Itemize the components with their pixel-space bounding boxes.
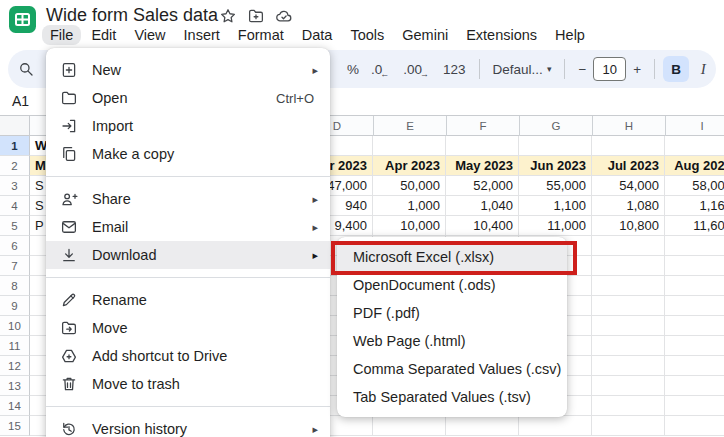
- grid-corner-cell[interactable]: [0, 115, 30, 136]
- cell-I12[interactable]: [665, 356, 724, 376]
- menubar-item-edit[interactable]: Edit: [83, 25, 124, 45]
- cell-H7[interactable]: [592, 256, 665, 276]
- file-menu-item-move[interactable]: Move: [46, 314, 330, 342]
- cell-G3[interactable]: 55,000: [519, 176, 592, 196]
- row-header-10[interactable]: 10: [0, 316, 30, 336]
- cell-H1[interactable]: [592, 136, 665, 156]
- cell-I3[interactable]: 58,000: [665, 176, 724, 196]
- cell-E5[interactable]: 10,000: [373, 216, 446, 236]
- cell-H15[interactable]: [592, 416, 665, 436]
- row-header-7[interactable]: 7: [0, 256, 30, 276]
- cell-H11[interactable]: [592, 336, 665, 356]
- file-menu-item-download[interactable]: Download▸: [46, 241, 330, 269]
- star-icon[interactable]: [219, 7, 237, 25]
- file-menu-item-import[interactable]: Import: [46, 112, 330, 140]
- cell-G2[interactable]: Jun 2023: [519, 156, 592, 176]
- file-menu-item-add-shortcut-to-drive[interactable]: Add shortcut to Drive: [46, 342, 330, 370]
- font-family-dropdown[interactable]: Defaul... ▾: [488, 56, 557, 82]
- search-icon[interactable]: [17, 60, 35, 78]
- file-menu-item-move-to-trash[interactable]: Move to trash: [46, 370, 330, 398]
- cell-E3[interactable]: 50,000: [373, 176, 446, 196]
- cell-H2[interactable]: Jul 2023: [592, 156, 665, 176]
- row-header-15[interactable]: 15: [0, 416, 30, 436]
- cell-I2[interactable]: Aug 2023: [665, 156, 724, 176]
- download-option-opendocument-ods-[interactable]: OpenDocument (.ods): [337, 271, 567, 299]
- cell-I7[interactable]: [665, 256, 724, 276]
- row-header-9[interactable]: 9: [0, 296, 30, 316]
- cell-F3[interactable]: 52,000: [446, 176, 519, 196]
- cell-I11[interactable]: [665, 336, 724, 356]
- cell-F4[interactable]: 1,040: [446, 196, 519, 216]
- row-header-4[interactable]: 4: [0, 196, 30, 216]
- cell-I9[interactable]: [665, 296, 724, 316]
- row-header-6[interactable]: 6: [0, 236, 30, 256]
- row-header-12[interactable]: 12: [0, 356, 30, 376]
- cell-H12[interactable]: [592, 356, 665, 376]
- more-formats-button[interactable]: 123: [438, 56, 471, 82]
- menubar-item-help[interactable]: Help: [547, 25, 593, 45]
- italic-button[interactable]: I: [691, 56, 715, 82]
- doc-title[interactable]: Wide form Sales data: [46, 5, 218, 26]
- menubar-item-tools[interactable]: Tools: [342, 25, 392, 45]
- cell-F5[interactable]: 10,400: [446, 216, 519, 236]
- menubar-item-view[interactable]: View: [126, 25, 173, 45]
- cell-H3[interactable]: 54,000: [592, 176, 665, 196]
- menubar-item-extensions[interactable]: Extensions: [458, 25, 545, 45]
- cell-I14[interactable]: [665, 396, 724, 416]
- row-header-14[interactable]: 14: [0, 396, 30, 416]
- sheets-logo-icon[interactable]: [9, 6, 36, 33]
- file-menu-item-new[interactable]: New▸: [46, 56, 330, 84]
- row-header-5[interactable]: 5: [0, 216, 30, 236]
- cell-G4[interactable]: 1,100: [519, 196, 592, 216]
- cell-H9[interactable]: [592, 296, 665, 316]
- cell-I4[interactable]: 1,160: [665, 196, 724, 216]
- cell-H10[interactable]: [592, 316, 665, 336]
- menubar-item-data[interactable]: Data: [294, 25, 341, 45]
- cell-I6[interactable]: [665, 236, 724, 256]
- cell-H13[interactable]: [592, 376, 665, 396]
- row-header-11[interactable]: 11: [0, 336, 30, 356]
- row-header-13[interactable]: 13: [0, 376, 30, 396]
- cell-E2[interactable]: Apr 2023: [373, 156, 446, 176]
- cell-F15[interactable]: [446, 416, 519, 436]
- cell-H8[interactable]: [592, 276, 665, 296]
- column-header-I[interactable]: I: [665, 116, 724, 136]
- row-header-8[interactable]: 8: [0, 276, 30, 296]
- cell-E4[interactable]: 1,000: [373, 196, 446, 216]
- download-option-comma-separated-values-csv-[interactable]: Comma Separated Values (.csv): [337, 355, 567, 383]
- percent-format-button[interactable]: %: [342, 56, 364, 82]
- cell-F2[interactable]: May 2023: [446, 156, 519, 176]
- file-menu-item-open[interactable]: OpenCtrl+O: [46, 84, 330, 112]
- strikethrough-button[interactable]: S: [717, 56, 724, 82]
- column-header-E[interactable]: E: [373, 116, 446, 136]
- cell-I10[interactable]: [665, 316, 724, 336]
- name-box[interactable]: A1: [12, 93, 29, 109]
- increase-font-size-button[interactable]: +: [628, 56, 646, 82]
- download-option-web-page-html-[interactable]: Web Page (.html): [337, 327, 567, 355]
- cell-I1[interactable]: [665, 136, 724, 156]
- menubar-item-insert[interactable]: Insert: [176, 25, 228, 45]
- cell-F1[interactable]: [446, 136, 519, 156]
- cell-G15[interactable]: [519, 416, 592, 436]
- cell-H5[interactable]: 10,800: [592, 216, 665, 236]
- download-option-pdf-pdf-[interactable]: PDF (.pdf): [337, 299, 567, 327]
- menubar-item-format[interactable]: Format: [230, 25, 292, 45]
- menubar-item-gemini[interactable]: Gemini: [394, 25, 456, 45]
- bold-button[interactable]: B: [663, 56, 689, 82]
- file-menu-item-make-a-copy[interactable]: Make a copy: [46, 140, 330, 168]
- file-menu-item-version-history[interactable]: Version history▸: [46, 415, 330, 437]
- cell-H4[interactable]: 1,080: [592, 196, 665, 216]
- decrease-font-size-button[interactable]: −: [573, 56, 591, 82]
- cell-E15[interactable]: [373, 416, 446, 436]
- download-option-microsoft-excel-xlsx-[interactable]: Microsoft Excel (.xlsx): [337, 243, 567, 271]
- column-header-F[interactable]: F: [446, 116, 519, 136]
- download-option-tab-separated-values-tsv-[interactable]: Tab Separated Values (.tsv): [337, 383, 567, 411]
- menubar-item-file[interactable]: File: [42, 25, 81, 45]
- file-menu-item-rename[interactable]: Rename: [46, 286, 330, 314]
- cell-E1[interactable]: [373, 136, 446, 156]
- row-header-2[interactable]: 2: [0, 156, 30, 176]
- file-menu-item-email[interactable]: Email▸: [46, 213, 330, 241]
- cell-I13[interactable]: [665, 376, 724, 396]
- cell-I5[interactable]: 11,600: [665, 216, 724, 236]
- row-header-1[interactable]: 1: [0, 136, 30, 156]
